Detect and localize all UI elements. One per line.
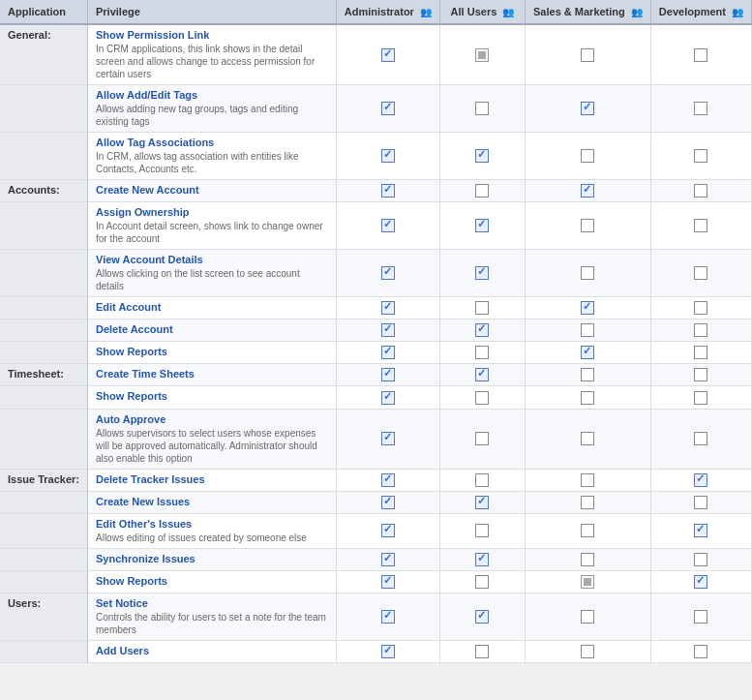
admin-check-cell: [336, 469, 439, 491]
admin-check-checkbox[interactable]: [381, 645, 395, 658]
sales-check-checkbox[interactable]: [581, 575, 594, 589]
dev-check-checkbox[interactable]: [694, 473, 707, 487]
admin-check-checkbox[interactable]: [381, 323, 395, 337]
sales-check-checkbox[interactable]: [581, 184, 594, 198]
dev-check-checkbox[interactable]: [694, 301, 707, 315]
dev-check-checkbox[interactable]: [694, 524, 707, 537]
admin-check-cell: [336, 570, 439, 593]
dev-check-checkbox[interactable]: [694, 149, 707, 163]
sales-check-checkbox[interactable]: [581, 524, 594, 537]
dev-check-checkbox[interactable]: [694, 645, 707, 658]
admin-check-checkbox[interactable]: [381, 219, 395, 232]
admin-check-checkbox[interactable]: [381, 266, 395, 280]
table-row: Edit Account: [0, 297, 752, 320]
dev-check-checkbox[interactable]: [694, 346, 707, 359]
sales-check-checkbox[interactable]: [581, 102, 594, 115]
dev-check-checkbox[interactable]: [694, 48, 707, 62]
all-users-check-checkbox[interactable]: [475, 266, 489, 280]
sales-check-checkbox[interactable]: [581, 219, 594, 232]
sales-check-cell: [526, 364, 651, 386]
sales-check-checkbox[interactable]: [581, 48, 594, 62]
sales-check-checkbox[interactable]: [581, 149, 594, 163]
dev-check-cell: [650, 548, 751, 570]
admin-check-checkbox[interactable]: [381, 368, 395, 381]
all-users-check-checkbox[interactable]: [475, 149, 489, 163]
dev-check-checkbox[interactable]: [694, 610, 707, 624]
sales-check-checkbox[interactable]: [581, 301, 594, 315]
all-users-check-checkbox[interactable]: [475, 102, 489, 115]
sales-check-checkbox[interactable]: [581, 610, 594, 624]
dev-check-checkbox[interactable]: [694, 368, 707, 381]
admin-check-checkbox[interactable]: [381, 346, 395, 359]
sales-check-checkbox[interactable]: [581, 645, 594, 658]
dev-check-checkbox[interactable]: [694, 219, 707, 232]
sales-check-cell: [526, 491, 651, 513]
all-users-check-checkbox[interactable]: [475, 184, 489, 198]
app-section-label: [0, 640, 88, 662]
header-sales-marketing: Sales & Marketing 👥: [526, 0, 651, 24]
dev-check-checkbox[interactable]: [694, 553, 707, 566]
sales-check-cell: [526, 386, 651, 409]
all-users-check-checkbox[interactable]: [475, 323, 489, 337]
admin-check-checkbox[interactable]: [381, 301, 395, 315]
sales-check-checkbox[interactable]: [581, 266, 594, 280]
privilege-title: Auto Approve: [96, 413, 165, 425]
privilege-desc: Allows clicking on the list screen to se…: [96, 267, 328, 292]
admin-check-checkbox[interactable]: [381, 524, 395, 537]
admin-check-checkbox[interactable]: [381, 575, 395, 589]
table-header-row: Application Privilege Administrator 👥 Al…: [0, 0, 752, 24]
privilege-title: Edit Other's Issues: [96, 518, 192, 530]
dev-check-checkbox[interactable]: [694, 323, 707, 337]
all-users-check-checkbox[interactable]: [475, 219, 489, 232]
all-users-check-checkbox[interactable]: [475, 473, 489, 487]
dev-check-checkbox[interactable]: [694, 266, 707, 280]
all-users-check-checkbox[interactable]: [475, 368, 489, 381]
all-users-check-checkbox[interactable]: [475, 610, 489, 624]
sales-check-checkbox[interactable]: [581, 553, 594, 566]
sales-check-checkbox[interactable]: [581, 323, 594, 337]
all-users-check-checkbox[interactable]: [475, 575, 489, 589]
dev-check-checkbox[interactable]: [694, 432, 707, 445]
all-users-check-checkbox[interactable]: [475, 524, 489, 537]
all-users-check-checkbox[interactable]: [475, 301, 489, 315]
admin-check-checkbox[interactable]: [381, 610, 395, 624]
admin-check-checkbox[interactable]: [381, 432, 395, 445]
permissions-table: Application Privilege Administrator 👥 Al…: [0, 0, 752, 663]
dev-check-checkbox[interactable]: [694, 575, 707, 589]
admin-check-checkbox[interactable]: [381, 48, 395, 62]
dev-check-checkbox[interactable]: [694, 496, 707, 509]
privilege-cell: Show Reports: [88, 570, 337, 593]
sales-check-checkbox[interactable]: [581, 473, 594, 487]
privilege-cell: Add Users: [88, 640, 337, 662]
admin-check-cell: [336, 180, 439, 202]
sales-check-checkbox[interactable]: [581, 391, 594, 405]
dev-check-checkbox[interactable]: [694, 184, 707, 198]
dev-check-checkbox[interactable]: [694, 102, 707, 115]
sales-check-checkbox[interactable]: [581, 496, 594, 509]
sales-check-cell: [526, 24, 651, 85]
all-users-check-checkbox[interactable]: [475, 48, 489, 62]
sales-check-checkbox[interactable]: [581, 346, 594, 359]
privilege-cell: Assign OwnershipIn Account detail screen…: [88, 202, 337, 250]
admin-check-checkbox[interactable]: [381, 149, 395, 163]
admin-check-checkbox[interactable]: [381, 184, 395, 198]
admin-check-checkbox[interactable]: [381, 391, 395, 405]
table-row: Show Reports: [0, 570, 752, 593]
dev-check-checkbox[interactable]: [694, 391, 707, 405]
all-users-check-checkbox[interactable]: [475, 553, 489, 566]
admin-check-checkbox[interactable]: [381, 102, 395, 115]
all-users-check-checkbox[interactable]: [475, 645, 489, 658]
sales-check-checkbox[interactable]: [581, 368, 594, 381]
admin-check-checkbox[interactable]: [381, 496, 395, 509]
admin-check-checkbox[interactable]: [381, 553, 395, 566]
admin-check-cell: [336, 513, 439, 548]
admin-check-checkbox[interactable]: [381, 473, 395, 487]
all-users-check-cell: [439, 548, 525, 570]
sales-check-cell: [526, 469, 651, 491]
all-users-check-checkbox[interactable]: [475, 391, 489, 405]
sales-check-checkbox[interactable]: [581, 432, 594, 445]
all-users-check-checkbox[interactable]: [475, 496, 489, 509]
all-users-check-checkbox[interactable]: [475, 346, 489, 359]
administrator-group-icon: 👥: [420, 7, 432, 17]
all-users-check-checkbox[interactable]: [475, 432, 489, 445]
